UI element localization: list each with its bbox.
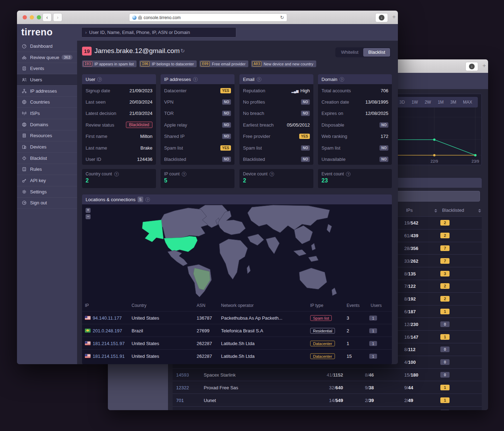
range-button[interactable]: 3M [447,99,459,105]
table-row[interactable]: 12322 Proxad Free Sas 32/640 9/38 9/44 1 [173,381,482,394]
reload-icon[interactable]: ↻ [280,15,284,20]
maximize-window-button[interactable] [37,15,41,19]
sidebar-item-label: Sign out [30,200,47,205]
connection-row[interactable]: 94.140.11.177 United States 136787 Packe… [82,311,392,324]
sidebar-item[interactable]: Review queue 363 [17,52,77,63]
range-button[interactable]: 1M [435,99,447,105]
asn-cell: 262287 [197,340,212,346]
ips-cell: 8/112 [404,347,416,352]
email-panel: Email ReputationHighNo profilesNONo brea… [239,74,313,165]
map-zoom-in-button[interactable]: + [86,208,91,213]
panel-title: Email [243,77,255,82]
window-controls [23,15,41,19]
sidebar-item[interactable]: Devices [17,141,77,153]
count-value: 2 [243,177,310,184]
users-badge: 1 [369,354,377,359]
sidebar-item[interactable]: Sign out [17,198,77,209]
minimize-window-button[interactable] [30,15,34,19]
range-button[interactable]: MAX [460,99,475,105]
panel-row: Spam listNO [321,142,388,153]
ips-cell: 12/230 [404,321,418,327]
connection-row[interactable]: 181.214.151.91 United States 262287 Lati… [82,349,392,362]
sort-icon[interactable] [434,209,437,212]
rule-code: I03 [83,61,92,66]
sidebar-item[interactable]: API key [17,175,77,186]
range-button[interactable]: 2W [422,99,434,105]
ip-link[interactable]: 201.0.248.197 [93,328,122,333]
column-header-ips[interactable]: IPs [406,204,413,216]
help-icon[interactable] [97,77,102,82]
map-svg [82,204,392,300]
rule-code: E09 [201,61,210,66]
help-icon[interactable] [193,77,198,82]
sidebar-item-icon [22,189,27,194]
table-row[interactable]: 14593 Spacex Starlink 41/1152 8/46 15/18… [173,368,482,381]
sidebar-item-label: Settings [30,189,47,194]
sidebar-item[interactable]: Blacklist [17,153,77,164]
download-button[interactable]: ↓ [375,13,388,22]
ip-link[interactable]: 181.214.151.97 [93,340,124,346]
ip-type-chip: Spam list [310,315,332,321]
help-icon[interactable] [346,172,351,176]
sidebar-item-label: Blacklist [30,156,47,161]
metric-cell: 32/640 [311,385,343,390]
sidebar-item[interactable]: Dashboard [17,41,77,52]
range-button[interactable]: 1W [409,99,421,105]
help-icon[interactable] [257,77,261,82]
blacklisted-badge: 0 [440,359,450,365]
ip-link[interactable]: 181.214.151.91 [93,353,124,359]
global-search-input[interactable]: › User ID, Name, Email, Phone, IP, ASN o… [81,27,236,37]
asn-link[interactable]: 12322 [176,385,189,390]
ips-cell: 8/192 [404,296,416,302]
ip-link[interactable]: 94.140.11.177 [93,315,122,320]
range-button[interactable]: 3D [396,99,407,105]
connection-row[interactable]: 201.0.248.197 Brazil 27699 Telefonica Br… [82,324,392,337]
close-window-button[interactable] [23,15,27,19]
help-icon[interactable] [340,77,344,82]
ips-cell: 15/180 [404,372,418,377]
whitelist-button[interactable]: Whitelist [336,48,363,57]
url-bar[interactable]: console.tirreno.com ↻ [129,13,287,22]
connection-row[interactable]: 181.214.151.97 United States 262287 Lati… [82,337,392,349]
table-row[interactable]: 7922 Comcast 7922 87/618 6/30 7/36 0 [173,406,482,410]
panel-title: IP addresses [164,77,191,82]
rule-tag: E09 Free email provider [199,60,248,67]
blacklist-button[interactable]: Blacklist [363,48,390,57]
refresh-icon[interactable]: ↻ [180,48,185,54]
sidebar-item[interactable]: Resources [17,130,77,142]
help-icon[interactable] [114,172,119,176]
new-tab-button[interactable]: + [482,62,486,69]
sidebar-item[interactable]: Users [17,74,77,86]
help-icon[interactable] [182,172,186,176]
sidebar-item[interactable]: Events [17,63,77,74]
back-button[interactable]: ‹ [42,13,52,22]
panel-row: Total accounts706 [321,85,388,96]
sidebar-item[interactable]: ISPs [17,108,77,119]
ip-type-chip: Residential [310,328,335,333]
sort-icon[interactable] [478,209,481,212]
column-header-blacklisted[interactable]: Blacklisted [442,204,464,216]
asn-link[interactable]: 14593 [176,372,189,377]
help-icon[interactable] [145,197,150,202]
sidebar-item[interactable]: Domains [17,119,77,130]
sidebar-item[interactable]: Settings [17,186,77,198]
device-count-card: Device count 2 [239,169,313,188]
panel-row: Last nameBrake [86,142,152,153]
sidebar-item-icon [22,178,27,183]
download-button[interactable]: ↓ [465,62,478,71]
panel-row: Apple relayNO [164,119,231,130]
sidebar-item[interactable]: IP addresses [17,86,77,97]
help-icon[interactable] [270,172,274,176]
new-tab-button[interactable]: + [392,13,396,21]
sidebar-item[interactable]: Countries [17,97,77,108]
forward-button[interactable]: › [53,13,62,22]
map-zoom-out-button[interactable]: − [86,214,91,219]
country-count-card: Country count 2 [82,169,156,188]
panel-row: No profilesNO [243,96,310,107]
sidebar-item[interactable]: Rules [17,164,77,175]
ips-cell: 4/100 [404,360,416,365]
desktop: ↓ + 22/923/9 1D3D1W2W1M3MMAX [0,0,504,431]
app-logo[interactable]: tirreno [21,27,53,38]
table-row[interactable]: 701 Uunet 14/549 2/39 2/49 1 [173,394,482,406]
asn-link[interactable]: 701 [176,397,184,403]
